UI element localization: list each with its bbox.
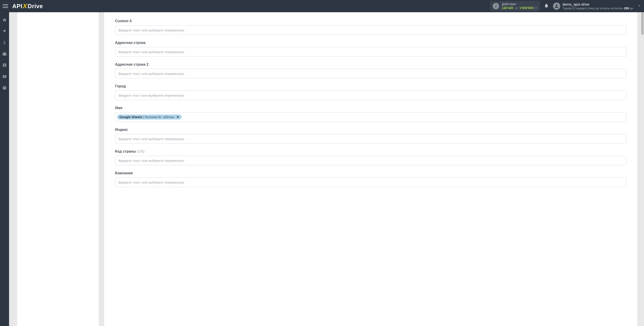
- field-custom4: Custom 4: [115, 19, 626, 35]
- actions-label: Действия:: [502, 2, 537, 6]
- sidebar-item-video[interactable]: [0, 73, 9, 80]
- user-menu[interactable]: demo_apix-drive Тариф |Стандарт| (new) д…: [553, 2, 641, 10]
- field-index: Индекс: [115, 128, 626, 144]
- input-address1[interactable]: [115, 47, 626, 56]
- field-address2: Адресная строка 2: [115, 62, 626, 78]
- user-tariff: Тариф |Стандарт| (new) до оплаты осталос…: [562, 6, 633, 10]
- actions-counter-box[interactable]: i Действия: 142'449 из 1'000'000 (14%: [490, 1, 540, 11]
- hamburger-menu-button[interactable]: [3, 4, 8, 9]
- field-country-code: Код страны (US): [115, 150, 626, 165]
- input-country-code[interactable]: [115, 156, 626, 165]
- left-panel: [17, 12, 99, 326]
- sidebar-item-contact[interactable]: [0, 62, 9, 68]
- sidebar-item-home[interactable]: [0, 17, 9, 23]
- top-header: API X Drive i Действия: 142'449 из 1'000…: [0, 0, 644, 12]
- sidebar-item-connections[interactable]: [0, 28, 9, 34]
- actions-text: Действия: 142'449 из 1'000'000 (14%: [502, 2, 537, 10]
- label-company: Компания: [115, 171, 626, 175]
- scrollbar-track[interactable]: [640, 12, 644, 326]
- avatar-icon: [553, 2, 560, 10]
- logo-part1: API: [12, 3, 22, 10]
- actions-total: 1'000'000: [520, 6, 533, 10]
- label-address1: Адресная строка: [115, 41, 626, 45]
- chevron-down-icon: [637, 4, 641, 8]
- input-company[interactable]: [115, 178, 626, 187]
- input-city[interactable]: [115, 90, 626, 100]
- user-info: demo_apix-drive Тариф |Стандарт| (new) д…: [562, 2, 633, 10]
- logo-part3: Drive: [28, 3, 43, 10]
- input-name[interactable]: Google Sheets | Колонка B: «Elena» ✕: [115, 112, 626, 122]
- actions-current: 142'449: [502, 6, 513, 10]
- logo-part2: X: [23, 2, 27, 10]
- actions-percent: (14%: [534, 6, 537, 10]
- logo[interactable]: API X Drive: [12, 2, 43, 10]
- form-panel: Custom 4 Адресная строка Адресная строка…: [104, 12, 637, 326]
- tag-column: Колонка B:: [145, 115, 162, 119]
- input-address2[interactable]: [115, 69, 626, 78]
- field-company: Компания: [115, 171, 626, 187]
- scrollbar-thumb[interactable]: [641, 12, 644, 35]
- variable-tag: Google Sheets | Колонка B: «Elena» ✕: [117, 114, 182, 120]
- notifications-bell-icon[interactable]: [544, 3, 549, 9]
- label-custom4: Custom 4: [115, 19, 626, 23]
- input-index[interactable]: [115, 134, 626, 144]
- user-name: demo_apix-drive: [562, 2, 633, 6]
- main-content: Custom 4 Адресная строка Адресная строка…: [9, 12, 644, 326]
- actions-separator: из: [515, 6, 518, 10]
- label-country-code: Код страны (US): [115, 150, 626, 154]
- left-sidebar: [0, 12, 9, 326]
- tag-remove-icon[interactable]: ✕: [176, 115, 179, 119]
- info-icon: i: [493, 3, 499, 9]
- label-hint: (US): [137, 150, 144, 153]
- field-name: Имя Google Sheets | Колонка B: «Elena» ✕: [115, 106, 626, 122]
- label-index: Индекс: [115, 128, 626, 132]
- field-address1: Адресная строка: [115, 41, 626, 56]
- tag-source: Google Sheets: [119, 115, 142, 119]
- field-city: Город: [115, 84, 626, 100]
- tag-value: «Elena»: [162, 115, 174, 119]
- sidebar-item-help[interactable]: [0, 85, 9, 91]
- label-city: Город: [115, 84, 626, 88]
- label-name: Имя: [115, 106, 626, 110]
- input-custom4[interactable]: [115, 25, 626, 35]
- sidebar-item-briefcase[interactable]: [0, 51, 9, 57]
- sidebar-item-billing[interactable]: [0, 40, 9, 46]
- label-address2: Адресная строка 2: [115, 62, 626, 66]
